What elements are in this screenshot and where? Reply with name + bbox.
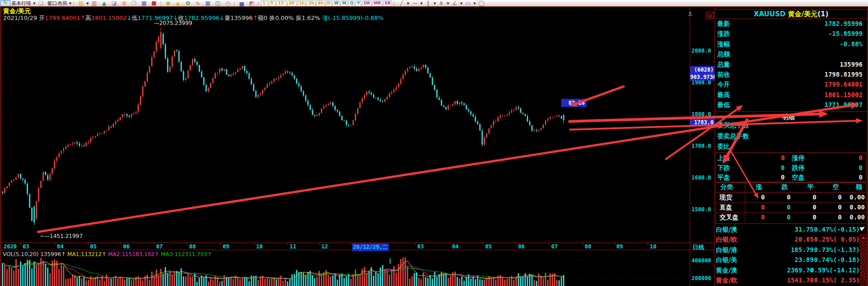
- ohlc-info-part: ↑: [81, 15, 86, 21]
- field-label: 最高: [717, 91, 730, 99]
- related-quote-row[interactable]: 白银/港185.790.73%(-1.37): [715, 246, 867, 256]
- ohlc-info-part: 换: [269, 15, 275, 21]
- category-name: 现货: [720, 194, 732, 202]
- last-price-tag: 83.10: [561, 99, 587, 107]
- anchor-icon[interactable]: ⚓: [687, 11, 693, 17]
- stat-label: 跌停: [792, 164, 805, 172]
- quote-price: 23.89: [795, 256, 814, 263]
- related-quote-row[interactable]: 白银/澳31.750.47%(-0.15): [715, 226, 867, 235]
- period-high-label: —2075.23999: [154, 20, 192, 26]
- date-axis-tick: [20, 243, 21, 245]
- field-value: 1801.15002: [825, 91, 863, 98]
- crosshair-count: (6028): [690, 66, 714, 73]
- quote-field-row: 涨幅-0.88%: [715, 40, 867, 50]
- quotes-scrollbar[interactable]: [860, 225, 867, 286]
- stat-value: 0: [781, 174, 785, 181]
- date-axis-label: 08: [585, 243, 591, 250]
- quote-field-row: 前收1798.81995: [715, 71, 867, 80]
- price-gridlines: [1, 51, 689, 210]
- date-axis-label: 05: [485, 243, 491, 250]
- vol-header-part: ↑: [102, 251, 108, 257]
- date-axis-label: 2020: [4, 243, 17, 250]
- field-label: 委买总手数: [717, 121, 749, 130]
- stat-value: 0: [859, 154, 863, 161]
- quote-change: 0.47%(-0.15): [814, 226, 860, 233]
- related-quote-row[interactable]: 白银/美23.890.74%(-0.18): [715, 256, 867, 266]
- date-axis-tick: [55, 243, 55, 245]
- date-axis-tick: [187, 243, 187, 245]
- category-col-header: 空: [833, 183, 839, 191]
- ohlc-info-part: ↓: [127, 15, 132, 21]
- ohlc-info-part: ↓: [219, 15, 224, 21]
- scrollbar-track[interactable]: [860, 241, 868, 286]
- stat-label: 下跌: [717, 164, 730, 172]
- date-axis-tick: [121, 243, 121, 245]
- date-axis-tick: [220, 243, 221, 245]
- price-axis-label: 1700.0: [692, 143, 711, 149]
- vol-header-part: ↑: [155, 251, 161, 257]
- category-value: 0: [838, 194, 842, 201]
- date-axis-label: 04: [452, 243, 458, 250]
- date-axis-label: 06: [518, 243, 525, 250]
- scroll-up-button[interactable]: [860, 234, 867, 241]
- order-field-row: 委买总手数: [715, 121, 867, 131]
- date-axis-tick: [154, 243, 154, 245]
- stat-label: 平盘: [717, 174, 730, 182]
- date-axis-label: 07: [551, 243, 558, 250]
- sidebar-separator: [714, 6, 715, 286]
- date-axis-tick: [582, 243, 583, 245]
- market-stat-row: 平盘0空盘0: [715, 174, 867, 183]
- vol-header-part: MA1:113212: [67, 251, 102, 257]
- category-value: 0: [761, 213, 765, 221]
- category-row-line: [715, 212, 866, 213]
- category-value: 0: [813, 204, 816, 211]
- category-value: 0: [813, 194, 816, 201]
- field-label: 今开: [717, 81, 730, 89]
- related-quote-row[interactable]: 白银/欧20.650.25%( 0.05): [715, 236, 867, 245]
- ohlc-info-part: ↑: [253, 15, 258, 21]
- quote-name: 白银/澳: [716, 226, 737, 234]
- quote-name: 白银/欧: [716, 236, 737, 244]
- category-row-line: [715, 202, 866, 203]
- selected-date-tick: [390, 258, 391, 264]
- field-value: -15.85999: [828, 30, 863, 37]
- volume-indicator-header: VOL(5,10,20) 135996↑ MA1:113212↑ MA2:115…: [3, 251, 212, 257]
- vol-header-part: VOL(5,10,20): [3, 251, 40, 257]
- related-quote-row[interactable]: 黄金/澳2369.760.59%(-14.12): [715, 267, 867, 276]
- ohlc-info-part: 额: [258, 15, 264, 21]
- ohlc-info-part: 1799.64001: [45, 15, 81, 21]
- calendar-icon[interactable]: ▤: [706, 12, 714, 19]
- category-data-row: 现货00000.00: [715, 194, 867, 203]
- ohlc-info-part: 振: [296, 15, 301, 21]
- ohlc-info-line: 2021/10/29 开1799.64001↑高1801.15002↓低1771…: [3, 14, 384, 22]
- field-value: 135996: [839, 61, 863, 68]
- quote-field-row: 今开1799.64001: [715, 81, 867, 90]
- crosshair-readout: (6028) 903.9736: [690, 66, 715, 81]
- ohlc-info-part: 1801.15002: [91, 15, 127, 21]
- related-quote-row[interactable]: 黄金/欧1541.700.15%( 2.35): [715, 276, 867, 286]
- category-col-header: 平: [807, 183, 814, 191]
- period-selector-label[interactable]: 日线: [692, 243, 704, 252]
- quote-change: 0.73%(-1.37): [814, 246, 860, 253]
- vol-header-part: 135996: [40, 251, 61, 257]
- category-col-header: 跌: [782, 183, 788, 191]
- field-label: 总额: [717, 50, 730, 58]
- candlestick-chart[interactable]: [0, 0, 690, 242]
- date-axis-label: 03: [23, 243, 29, 250]
- vol-header-part: ↑: [207, 251, 212, 257]
- price-axis-label: 1600.0: [692, 175, 711, 181]
- date-axis-tick: [516, 243, 516, 245]
- axis-column-separator: [690, 6, 690, 286]
- market-stat-row: 上涨0涨停0: [715, 154, 867, 164]
- ohlc-info-part: 低: [132, 15, 138, 21]
- date-axis-tick: [648, 243, 648, 245]
- date-axis-tick: [350, 243, 350, 245]
- stat-value: 0: [859, 164, 863, 171]
- sidebar-divider: [715, 111, 867, 112]
- quote-name: 黄金/欧: [716, 276, 737, 285]
- quote-price: 20.65: [795, 236, 814, 243]
- category-value: 0: [787, 213, 791, 221]
- detail-section-header: 明细: [782, 113, 795, 121]
- category-value: 0.00: [849, 204, 865, 211]
- quote-field-row: 最高1801.15002: [715, 91, 867, 101]
